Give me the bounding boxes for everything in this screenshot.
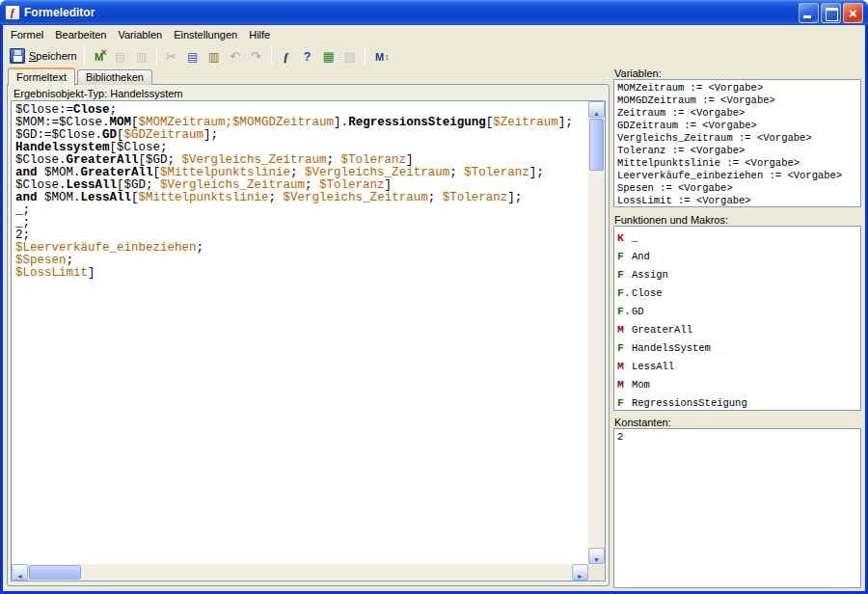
save-button[interactable]: Speichern (7, 45, 80, 67)
copy-button[interactable] (182, 45, 203, 67)
function-name: RegressionsSteigung (632, 397, 747, 409)
scroll-down-icon[interactable] (588, 548, 605, 564)
copy-icon (185, 48, 201, 64)
scroll-up-icon[interactable] (588, 101, 605, 118)
variables-listbox[interactable]: MOMZeitraum := <Vorgabe>MOMGDZeitraum :=… (613, 79, 861, 207)
menu-hilfe[interactable]: Hilfe (243, 27, 276, 42)
function-item[interactable]: FRegressionsSteigung (617, 393, 857, 411)
remove-variable-button (131, 45, 152, 67)
formeltext-tabpage: Ergebnisobjekt-Typ: Handelssystem $Close… (7, 84, 610, 586)
chart-icon (342, 48, 358, 64)
variable-item[interactable]: MOMGDZeitraum := <Vorgabe> (617, 94, 857, 107)
variable-item[interactable]: Leerverkäufe_einbeziehen := <Vorgabe> (617, 170, 857, 182)
variable-item[interactable]: MOMZeitraum := <Vorgabe> (617, 82, 857, 94)
function-name: GD (632, 306, 644, 317)
function-name: Mom (632, 379, 650, 391)
macro-icon (372, 48, 388, 64)
variable-item[interactable]: Zeitraum := <Vorgabe> (617, 107, 857, 120)
code-line: _; (15, 217, 588, 230)
cut-button (161, 45, 182, 67)
table-button[interactable] (318, 45, 339, 67)
result-type-label: Ergebnisobjekt-Typ: Handelssystem (14, 88, 182, 99)
variable-item[interactable]: Spesen := <Vorgabe> (617, 182, 857, 195)
function-item[interactable]: MLessAll (617, 357, 857, 375)
variable-item[interactable]: LossLimit := <Vorgabe> (617, 195, 857, 207)
variable-item[interactable]: Vergleichs_Zeitraum := <Vorgabe> (617, 132, 857, 145)
toolbar-separator (271, 47, 272, 65)
code-line: $LossLimit] (15, 267, 588, 280)
scrollbar-corner (588, 564, 605, 580)
makro-icon: M (617, 323, 632, 336)
help-icon (300, 48, 315, 64)
vertical-scroll-thumb[interactable] (589, 119, 604, 171)
paste-icon (206, 48, 222, 64)
client-area: FormelBearbeitenVariablenEinstellungenHi… (3, 25, 865, 591)
menu-formel[interactable]: Formel (5, 27, 49, 42)
variable-mx-icon (92, 48, 107, 64)
scroll-left-icon[interactable] (12, 564, 28, 580)
variable-item[interactable]: Mittelpunktslinie := <Vorgabe> (617, 157, 857, 170)
function-wizard-button[interactable] (276, 45, 297, 67)
constants-label: Konstanten: (614, 417, 671, 428)
konstante-icon: K (617, 231, 632, 244)
funktion-icon: F (617, 341, 632, 354)
function-name: Close (632, 287, 663, 299)
minimize-button[interactable] (799, 3, 819, 23)
function-name: _ (632, 232, 637, 244)
redo-button (246, 45, 267, 67)
close-button[interactable] (843, 3, 863, 23)
function-item[interactable]: F.Close (617, 284, 857, 302)
function-item[interactable]: K_ (617, 229, 857, 247)
constants-listbox[interactable]: 2 (613, 428, 861, 588)
maximize-button[interactable] (821, 3, 841, 23)
menu-bearbeiten[interactable]: Bearbeiten (49, 27, 112, 42)
titlebar[interactable]: Formeleditor (0, 0, 868, 25)
function-item[interactable]: F.GD (617, 302, 857, 320)
insert-variable-button[interactable] (89, 45, 110, 67)
scroll-right-icon[interactable] (572, 564, 588, 580)
function-name: And (632, 251, 650, 262)
constant-item[interactable]: 2 (617, 431, 857, 444)
tab-strip: FormeltextBibliotheken (8, 68, 154, 86)
table-icon (321, 48, 337, 64)
code-line: and $MOM.LessAll[$Mittelpunktslinie; $Ve… (15, 192, 588, 204)
functions-listbox[interactable]: K_FAndFAssignF.CloseF.GDMGreaterAllFHand… (613, 226, 861, 411)
makro-icon: M (617, 378, 632, 391)
variables-label: Variablen: (614, 68, 662, 79)
formeleditor-window: Formeleditor FormelBearbeitenVariablenEi… (0, 0, 868, 594)
horizontal-scroll-thumb[interactable] (29, 565, 81, 580)
funktion-icon: F. (617, 305, 632, 317)
makro-button[interactable] (369, 45, 391, 67)
editor-horizontal-scrollbar[interactable] (12, 564, 588, 580)
editor-vertical-scrollbar[interactable] (588, 101, 605, 564)
redo-icon (249, 48, 264, 64)
funktion-icon: F. (617, 286, 632, 299)
function-item[interactable]: MMom (617, 375, 857, 393)
floppy-icon (10, 48, 25, 64)
variable-item[interactable]: GDZeitraum := <Vorgabe> (617, 120, 857, 132)
toolbar-separator (156, 47, 157, 65)
save-button-label: Speichern (29, 50, 77, 62)
code-line: _; (15, 204, 588, 217)
function-item[interactable]: FAssign (617, 265, 857, 284)
menu-einstellungen[interactable]: Einstellungen (168, 27, 243, 42)
tab-formeltext[interactable]: Formeltext (8, 68, 75, 86)
fx-icon (279, 48, 294, 64)
code-line: $Leerverkäufe_einbeziehen; (15, 242, 588, 255)
help-button[interactable] (297, 45, 318, 67)
function-name: HandelsSystem (632, 342, 711, 354)
function-item[interactable]: MGreaterAll (617, 320, 857, 338)
window-title: Formeleditor (24, 6, 797, 19)
menu-variablen[interactable]: Variablen (112, 27, 168, 42)
menubar: FormelBearbeitenVariablenEinstellungenHi… (3, 25, 865, 43)
funktion-icon: F (617, 396, 632, 409)
app-icon[interactable] (5, 5, 20, 20)
tab-bibliotheken[interactable]: Bibliotheken (77, 69, 152, 85)
function-item[interactable]: FHandelsSystem (617, 338, 857, 357)
function-item[interactable]: FAnd (617, 247, 857, 265)
paste-button[interactable] (203, 45, 225, 67)
side-panel: Variablen: MOMZeitraum := <Vorgabe>MOMGD… (613, 68, 862, 591)
variable-item[interactable]: Toleranz := <Vorgabe> (617, 145, 857, 157)
functions-label: Funktionen und Makros: (614, 214, 728, 226)
formula-text-area[interactable]: $Close:=Close;$MOM:=$Close.MOM[$MOMZeitr… (12, 101, 588, 564)
